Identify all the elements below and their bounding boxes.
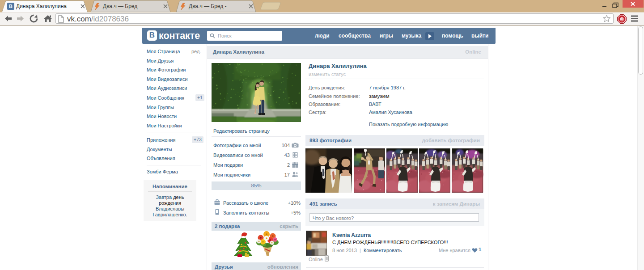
svg-text:В: В [9, 4, 13, 9]
